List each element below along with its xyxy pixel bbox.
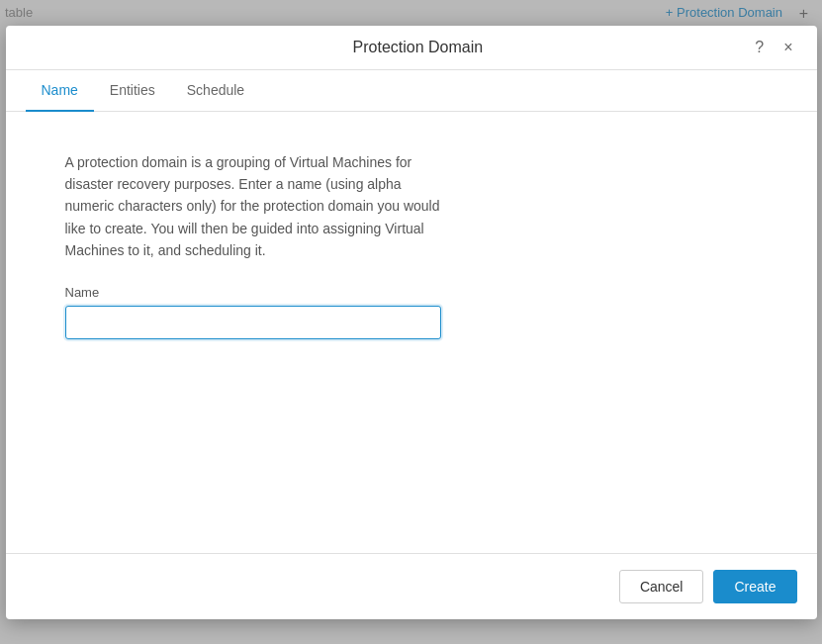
close-button[interactable]: × (779, 38, 796, 57)
modal-title: Protection Domain (85, 39, 752, 56)
modal-tabs: Name Entities Schedule (6, 70, 817, 112)
help-button[interactable]: ? (751, 38, 768, 57)
tab-name[interactable]: Name (26, 70, 94, 112)
modal-header: Protection Domain ? × (6, 26, 817, 70)
name-input[interactable] (65, 306, 441, 339)
modal-footer: Cancel Create (6, 553, 817, 619)
cancel-button[interactable]: Cancel (619, 570, 704, 603)
modal-backdrop: Protection Domain ? × Name Entities Sche… (0, 0, 822, 644)
name-label: Name (65, 285, 441, 300)
tab-schedule[interactable]: Schedule (171, 70, 260, 112)
name-form-group: Name (65, 285, 441, 339)
protection-domain-modal: Protection Domain ? × Name Entities Sche… (6, 26, 817, 619)
modal-header-actions: ? × (751, 38, 796, 57)
modal-body: A protection domain is a grouping of Vir… (6, 112, 817, 553)
tab-entities[interactable]: Entities (94, 70, 171, 112)
create-button[interactable]: Create (713, 570, 796, 603)
description-text: A protection domain is a grouping of Vir… (65, 151, 441, 262)
